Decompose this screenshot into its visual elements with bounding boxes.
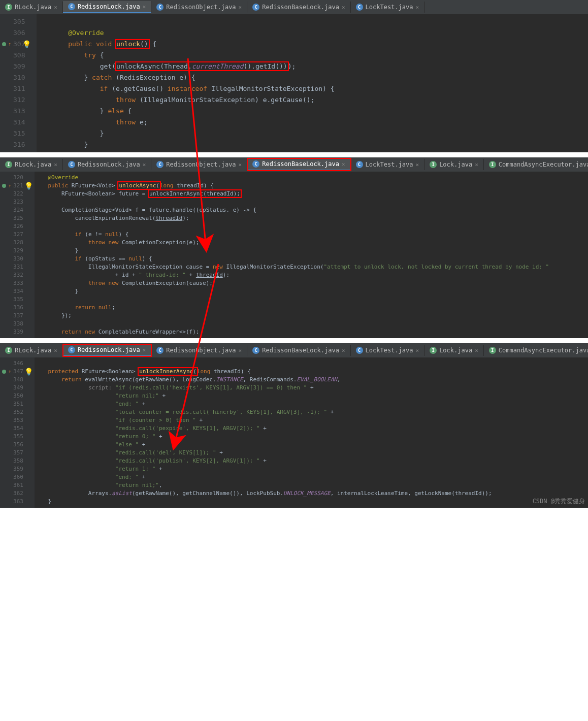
editor[interactable]: 305306↑307308309310311312313314315316 @O… [0,14,588,152]
code-line[interactable]: "return 1; " + [35,465,588,473]
code-line[interactable]: "redis.call('del', KEYS[1]); " + [35,449,588,457]
code-line[interactable]: @Override [35,174,588,182]
code-line[interactable]: if (e.getCause() instanceof IllegalMonit… [37,83,588,94]
code-line[interactable]: script: "if (redis.call('hexists', KEYS[… [35,384,588,392]
code-line[interactable]: "end; " + [35,473,588,481]
close-icon[interactable]: × [416,347,419,354]
code-area[interactable]: @Override💡 public void unlock() { try { … [37,14,588,152]
code-line[interactable] [37,16,588,27]
code-line[interactable]: RFuture<Boolean> future = unlockInnerAsy… [35,190,588,198]
close-icon[interactable]: × [475,347,478,354]
code-line[interactable]: "return nil;", [35,481,588,489]
code-line[interactable]: Arrays.asList(getRawName(), getChannelNa… [35,489,588,498]
tab-redissonlock-java[interactable]: CRedissonLock.java× [63,1,151,13]
code-line[interactable]: "return 0; " + [35,433,588,441]
code-line[interactable]: "local counter = redis.call('hincrby', K… [35,408,588,416]
code-line[interactable]: "return nil;" + [35,392,588,400]
tab-commandasyncexecutor-java[interactable]: ICommandAsyncExecutor.java× [484,159,588,170]
tab-redissonbaselock-java[interactable]: CRedissonBaseLock.java× [247,158,350,171]
tab-lock-java[interactable]: ILock.java× [424,345,484,356]
code-line[interactable] [35,320,588,328]
code-line[interactable]: get(unlockAsync(Thread.currentThread().g… [37,61,588,72]
tab-redissonlock-java[interactable]: CRedissonLock.java× [63,159,151,170]
code-line[interactable]: "end; " + [35,400,588,408]
code-line[interactable]: throw new CompletionException(e); [35,239,588,247]
close-icon[interactable]: × [342,347,345,354]
interface-icon: I [5,4,12,11]
tab-locktest-java[interactable]: CLockTest.java× [351,159,425,170]
code-line[interactable]: } [37,128,588,139]
code-line[interactable]: if (opStatus == null) { [35,255,588,263]
line-number: ↑321 [2,182,23,190]
code-line[interactable]: IllegalMonitorStateException cause = new… [35,263,588,271]
code-area[interactable]: 💡 protected RFuture<Boolean> unlockInner… [35,357,588,508]
close-icon[interactable]: × [342,4,345,11]
code-line[interactable]: @Override [37,27,588,39]
code-line[interactable]: } [37,139,588,150]
code-line[interactable]: throw new CompletionException(cause); [35,279,588,287]
code-line[interactable]: 💡 protected RFuture<Boolean> unlockInner… [35,368,588,376]
close-icon[interactable]: × [54,4,57,11]
code-line[interactable]: } [35,247,588,255]
tab-redissonobject-java[interactable]: CRedissonObject.java× [151,2,247,13]
tab-redissonbaselock-java[interactable]: CRedissonBaseLock.java× [247,2,350,13]
override-marker[interactable] [2,370,6,374]
close-icon[interactable]: × [475,161,478,168]
code-line[interactable]: } [35,498,588,506]
close-icon[interactable]: × [416,161,419,168]
code-line[interactable]: if (e != null) { [35,231,588,239]
tab-commandasyncexecutor-java[interactable]: ICommandAsyncExecutor.java× [484,345,588,356]
code-line[interactable]: }); [35,312,588,320]
close-icon[interactable]: × [239,347,242,354]
code-line[interactable]: 💡 public void unlock() { [37,39,588,50]
code-line[interactable]: } else { [37,106,588,117]
code-line[interactable]: CompletionStage<Void> f = future.handle(… [35,206,588,214]
close-icon[interactable]: × [54,161,57,168]
code-line[interactable]: throw e; [37,117,588,128]
tab-rlock-java[interactable]: IRLock.java× [0,159,63,170]
close-icon[interactable]: × [239,161,242,168]
tab-redissonlock-java[interactable]: CRedissonLock.java× [63,344,151,356]
code-area[interactable]: @Override💡 public RFuture<Void> unlockAs… [35,172,588,338]
close-icon[interactable]: × [342,161,345,168]
close-icon[interactable]: × [239,4,242,11]
override-marker[interactable] [2,42,6,46]
code-line[interactable]: try { [37,50,588,61]
code-line[interactable]: "redis.call('publish', KEYS[2], ARGV[1])… [35,457,588,465]
tab-lock-java[interactable]: ILock.java× [424,159,484,170]
close-icon[interactable]: × [54,347,57,354]
code-line[interactable]: } [35,287,588,296]
code-line[interactable]: "redis.call('pexpire', KEYS[1], ARGV[2])… [35,424,588,433]
code-line[interactable]: + id + " thread-id: " + threadId); [35,271,588,279]
code-line[interactable]: "else " + [35,441,588,449]
code-line[interactable]: 💡 public RFuture<Void> unlockAsync(long … [35,182,588,190]
code-line[interactable] [35,359,588,368]
code-line[interactable] [35,198,588,206]
line-number: 328 [2,239,23,247]
close-icon[interactable]: × [143,4,146,10]
close-icon[interactable]: × [143,161,146,168]
tab-redissonbaselock-java[interactable]: CRedissonBaseLock.java× [247,345,350,356]
editor[interactable]: 346↑347348349350351352353354355356357358… [0,357,588,508]
code-line[interactable]: return new CompletableFutureWrapper<>(f)… [35,328,588,336]
interface-icon: I [430,161,437,168]
class-icon: C [156,4,164,11]
code-line[interactable]: cancelExpirationRenewal(threadId); [35,214,588,222]
tab-redissonobject-java[interactable]: CRedissonObject.java× [151,345,247,356]
override-marker[interactable] [2,184,6,188]
close-icon[interactable]: × [416,4,419,11]
editor[interactable]: 320↑321322323324325326327328329330331332… [0,172,588,338]
code-line[interactable]: return null; [35,304,588,312]
close-icon[interactable]: × [143,347,146,353]
code-line[interactable] [35,222,588,231]
code-line[interactable] [35,296,588,304]
tab-rlock-java[interactable]: IRLock.java× [0,345,63,356]
tab-locktest-java[interactable]: CLockTest.java× [351,345,425,356]
code-line[interactable]: throw (IllegalMonitorStateException) e.g… [37,94,588,106]
tab-locktest-java[interactable]: CLockTest.java× [351,2,425,13]
tab-redissonobject-java[interactable]: CRedissonObject.java× [151,159,247,170]
code-line[interactable]: } catch (RedisException e) { [37,72,588,83]
code-line[interactable]: return evalWriteAsync(getRawName(), Long… [35,376,588,384]
tab-rlock-java[interactable]: IRLock.java× [0,2,63,13]
code-line[interactable]: "if (counter > 0) then " + [35,416,588,424]
